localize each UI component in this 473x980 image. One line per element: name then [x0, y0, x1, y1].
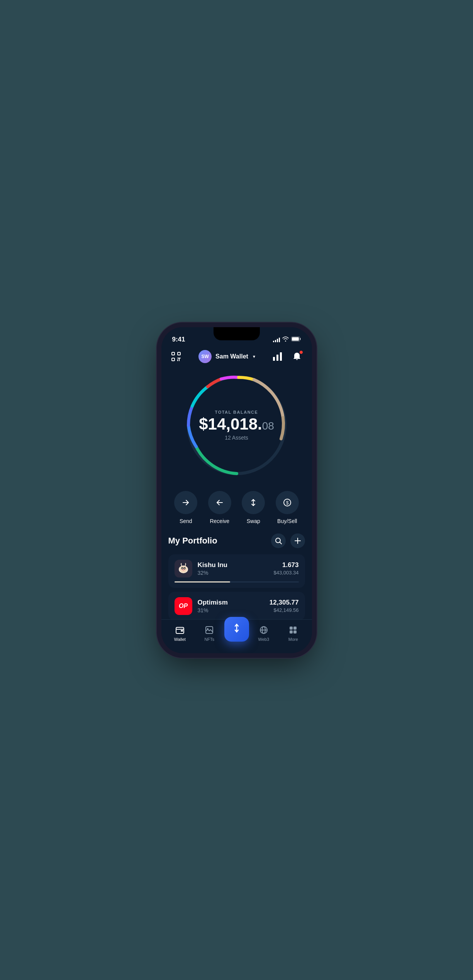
svg-line-18	[280, 542, 281, 544]
search-button[interactable]	[271, 533, 286, 548]
header: SW Sam Wallet ▾	[161, 346, 312, 367]
svg-point-28	[182, 569, 185, 571]
nfts-nav-label: NFTs	[204, 637, 214, 642]
scan-button[interactable]	[169, 350, 183, 363]
kishu-pct: 32%	[198, 570, 268, 576]
nav-web3[interactable]: Web3	[249, 625, 279, 642]
nfts-nav-icon	[204, 625, 215, 635]
kishu-bar-fill	[175, 581, 231, 583]
center-nav-icon	[231, 623, 242, 636]
notifications-button[interactable]	[290, 350, 304, 363]
phone-screen: 9:41	[161, 327, 312, 653]
status-time: 9:41	[172, 336, 185, 343]
op-name: Optimism	[198, 599, 264, 606]
kishu-values: 1.673 $43,003.34	[273, 561, 298, 576]
asset-item-optimism[interactable]: OP Optimism 31% 12,305.77 $42,149.56	[168, 592, 305, 620]
svg-point-32	[207, 628, 209, 630]
phone-frame: 9:41	[161, 327, 312, 653]
balance-label: TOTAL BALANCE	[199, 410, 274, 414]
portfolio-title: My Portfolio	[168, 536, 217, 546]
svg-rect-10	[280, 352, 282, 361]
receive-icon	[208, 491, 231, 514]
asset-item-kishu[interactable]: Kishu Inu 32% 1.673 $43,003.34	[168, 554, 305, 588]
nav-nfts[interactable]: NFTs	[195, 625, 224, 642]
kishu-info: Kishu Inu 32%	[198, 561, 268, 576]
svg-text:$: $	[286, 500, 288, 506]
svg-point-26	[182, 567, 183, 569]
op-usd: $42,149.56	[270, 607, 299, 613]
portfolio-header: My Portfolio	[168, 533, 305, 548]
more-nav-label: More	[288, 637, 298, 642]
signal-icon	[273, 337, 280, 342]
wallet-nav-icon	[175, 625, 185, 635]
add-asset-button[interactable]	[290, 533, 305, 548]
receive-label: Receive	[210, 518, 229, 524]
nav-more[interactable]: More	[278, 625, 308, 642]
avatar: SW	[198, 350, 212, 363]
action-buttons: Send Receive	[161, 487, 312, 533]
svg-rect-39	[290, 630, 293, 634]
balance-section: TOTAL BALANCE $14,018.08 12 Assets	[161, 367, 312, 487]
svg-rect-3	[178, 352, 180, 355]
wallet-name: Sam Wallet	[215, 353, 248, 360]
svg-point-27	[184, 567, 185, 569]
notch	[214, 327, 260, 340]
kishu-logo	[175, 560, 192, 577]
wallet-selector[interactable]: SW Sam Wallet ▾	[198, 350, 255, 363]
status-icons	[273, 336, 301, 343]
asset-row-optimism: OP Optimism 31% 12,305.77 $42,149.56	[175, 597, 299, 615]
portfolio-actions	[271, 533, 305, 548]
op-values: 12,305.77 $42,149.56	[270, 599, 299, 613]
assets-count: 12 Assets	[199, 435, 274, 441]
swap-label: Swap	[247, 518, 260, 524]
kishu-amount: 1.673	[273, 561, 298, 569]
svg-point-17	[276, 538, 280, 543]
wifi-icon	[282, 336, 289, 343]
portfolio-section: My Portfolio	[161, 533, 312, 620]
svg-rect-40	[293, 630, 297, 634]
svg-rect-37	[290, 627, 293, 630]
send-icon	[174, 491, 197, 514]
swap-button[interactable]: Swap	[242, 491, 265, 524]
kishu-bar	[175, 581, 299, 583]
svg-rect-9	[276, 355, 278, 361]
chart-button[interactable]	[271, 350, 285, 363]
chevron-down-icon: ▾	[253, 354, 255, 359]
web3-nav-label: Web3	[258, 637, 269, 642]
send-label: Send	[180, 518, 192, 524]
web3-nav-icon	[258, 625, 269, 635]
svg-rect-1	[292, 337, 299, 341]
asset-row-kishu: Kishu Inu 32% 1.673 $43,003.34	[175, 560, 299, 577]
kishu-name: Kishu Inu	[198, 561, 268, 569]
notification-badge	[299, 350, 303, 354]
svg-rect-2	[172, 352, 175, 355]
send-button[interactable]: Send	[174, 491, 197, 524]
balance-circle: TOTAL BALANCE $14,018.08 12 Assets	[183, 371, 291, 479]
header-right	[271, 350, 304, 363]
swap-icon	[242, 491, 265, 514]
buysell-icon: $	[276, 491, 299, 514]
svg-rect-4	[172, 358, 175, 361]
bottom-nav: Wallet NFTs	[161, 619, 312, 653]
buysell-label: Buy/Sell	[277, 518, 297, 524]
op-logo: OP	[175, 597, 192, 615]
wallet-nav-label: Wallet	[174, 637, 186, 642]
receive-button[interactable]: Receive	[208, 491, 231, 524]
balance-inner: TOTAL BALANCE $14,018.08 12 Assets	[199, 410, 274, 441]
more-nav-icon	[288, 625, 298, 635]
op-amount: 12,305.77	[270, 599, 299, 606]
nav-wallet[interactable]: Wallet	[165, 625, 195, 642]
svg-rect-8	[273, 357, 275, 361]
op-pct: 31%	[198, 607, 264, 613]
balance-amount: $14,018.08	[199, 416, 274, 432]
kishu-usd: $43,003.34	[273, 570, 298, 576]
buysell-button[interactable]: $ Buy/Sell	[276, 491, 299, 524]
battery-icon	[291, 336, 301, 343]
nav-center-button[interactable]	[224, 617, 249, 642]
svg-rect-38	[293, 627, 297, 630]
op-info: Optimism 31%	[198, 599, 264, 613]
